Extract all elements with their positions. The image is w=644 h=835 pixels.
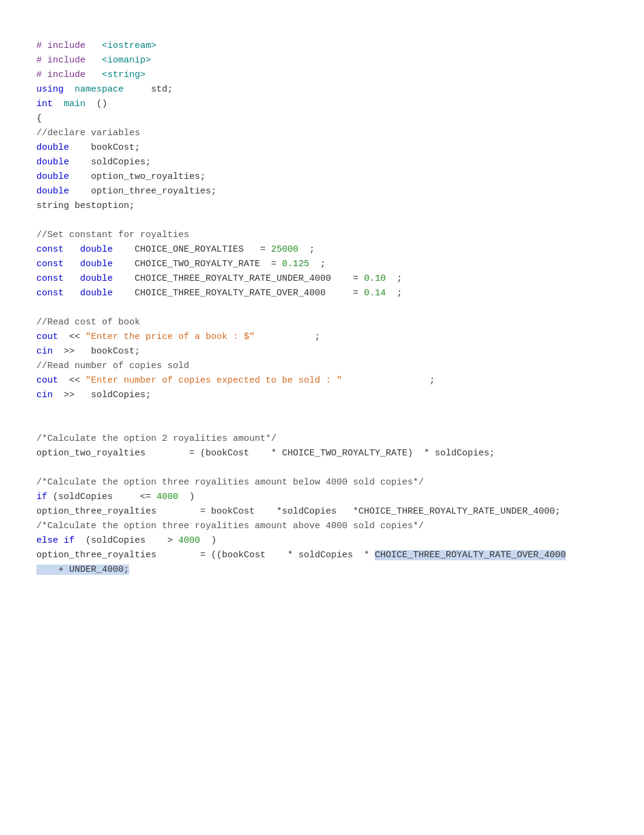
- code-token: (soldCopies <=: [47, 492, 156, 502]
- code-token: const: [36, 288, 64, 298]
- code-line: else if (soldCopies > 4000 ): [36, 534, 608, 548]
- code-token: using: [36, 84, 64, 95]
- code-token: ;: [255, 332, 320, 342]
- code-token: double: [36, 143, 69, 153]
- code-token: # include: [36, 55, 86, 65]
- code-token: # include: [36, 41, 86, 51]
- code-line: cin >> soldCopies;: [36, 388, 608, 403]
- code-token: //Set constant for royalties: [36, 230, 189, 240]
- code-token: 25000: [271, 244, 298, 255]
- code-token: /*Calculate the option three royalities …: [36, 521, 424, 531]
- code-line: const double CHOICE_THREE_ROYALTY_RATE_O…: [36, 286, 608, 301]
- code-token: CHOICE_TWO_ROYALTY_RATE =: [113, 259, 282, 269]
- code-token: <string>: [86, 70, 146, 80]
- code-token: ): [178, 492, 195, 502]
- code-line: //Read cost of book: [36, 315, 608, 330]
- code-token: ;: [386, 273, 402, 284]
- code-token: if: [36, 492, 47, 502]
- code-token: /*Calculate the option three royalities …: [36, 477, 424, 488]
- code-token: option_two_royalties = (bookCost * CHOIC…: [36, 448, 495, 458]
- code-token: ;: [298, 244, 315, 255]
- code-editor: # include <iostream># include <iomanip>#…: [36, 24, 608, 577]
- code-token: + UNDER_4000;: [58, 565, 129, 575]
- code-token: CHOICE_ONE_ROYALTIES =: [113, 244, 271, 255]
- code-token: <<: [58, 375, 86, 386]
- code-token: cout: [36, 375, 58, 386]
- code-token: [64, 288, 80, 298]
- code-token: <iostream>: [86, 41, 156, 51]
- code-token: [53, 99, 64, 109]
- code-token: option_two_royalties;: [69, 172, 206, 182]
- code-token: >> bookCost;: [53, 346, 140, 357]
- code-token: const: [36, 244, 64, 255]
- code-line: int main (): [36, 97, 608, 112]
- code-token: >> soldCopies;: [53, 390, 151, 400]
- code-token: (soldCopies >: [75, 535, 178, 546]
- code-line: option_three_royalties = ((bookCost * so…: [36, 548, 608, 563]
- code-line: [36, 461, 608, 475]
- code-token: else if: [36, 535, 75, 546]
- code-token: option_three_royalties = ((bookCost * so…: [36, 550, 375, 560]
- code-token: int: [36, 99, 53, 109]
- code-line: /*Calculate the option three royalities …: [36, 519, 608, 534]
- code-token: <iomanip>: [86, 55, 151, 65]
- code-token: {: [36, 113, 42, 124]
- code-token: [64, 244, 80, 255]
- code-line: using namespace std;: [36, 82, 608, 97]
- code-line: //declare variables: [36, 126, 608, 141]
- code-line: # include <string>: [36, 68, 608, 82]
- code-token: ;: [342, 375, 435, 386]
- code-token: CHOICE_THREE_ROYALTY_RATE_UNDER_4000 =: [113, 273, 364, 284]
- code-token: (): [86, 99, 107, 109]
- code-token: cin: [36, 390, 53, 400]
- code-token: CHOICE_THREE_ROYALTY_RATE_OVER_4000: [375, 550, 566, 560]
- code-token: soldCopies;: [69, 157, 151, 167]
- code-token: double: [36, 186, 69, 196]
- code-token: 0.14: [364, 288, 386, 298]
- code-line: # include <iostream>: [36, 39, 608, 53]
- code-token: std;: [124, 84, 173, 95]
- code-token: cin: [36, 346, 53, 357]
- code-line: if (soldCopies <= 4000 ): [36, 490, 608, 505]
- code-line: /*Calculate the option three royalities …: [36, 475, 608, 490]
- code-token: namespace: [75, 84, 124, 95]
- code-token: [64, 84, 75, 95]
- code-token: /*Calculate the option 2 royalities amou…: [36, 434, 277, 444]
- code-token: ;: [386, 288, 402, 298]
- code-token: option_three_royalties;: [69, 186, 216, 196]
- code-line: double option_three_royalties;: [36, 184, 608, 199]
- code-line: string bestoption;: [36, 199, 608, 213]
- code-token: double: [80, 273, 113, 284]
- code-line: + UNDER_4000;: [36, 563, 608, 577]
- code-line: option_three_royalties = bookCost *soldC…: [36, 505, 608, 519]
- code-line: double soldCopies;: [36, 155, 608, 170]
- code-token: 0.125: [282, 259, 309, 269]
- code-token: [64, 273, 80, 284]
- code-token: main: [64, 99, 86, 109]
- code-token: 4000: [178, 535, 200, 546]
- code-line: const double CHOICE_ONE_ROYALTIES = 2500…: [36, 243, 608, 257]
- code-token: ): [200, 535, 216, 546]
- code-token: [36, 565, 58, 575]
- code-line: [36, 301, 608, 315]
- code-line: //Set constant for royalties: [36, 228, 608, 243]
- code-line: [36, 213, 608, 228]
- code-line: option_two_royalties = (bookCost * CHOIC…: [36, 446, 608, 461]
- code-line: cout << "Enter number of copies expected…: [36, 374, 608, 388]
- code-token: bookCost;: [69, 143, 140, 153]
- code-token: const: [36, 273, 64, 284]
- code-token: <<: [58, 332, 86, 342]
- code-token: string bestoption;: [36, 201, 135, 211]
- code-token: "Enter number of copies expected to be s…: [86, 375, 342, 386]
- code-line: const double CHOICE_TWO_ROYALTY_RATE = 0…: [36, 257, 608, 272]
- code-line: double bookCost;: [36, 141, 608, 155]
- code-line: cin >> bookCost;: [36, 344, 608, 359]
- code-line: /*Calculate the option 2 royalities amou…: [36, 432, 608, 446]
- code-token: //Read cost of book: [36, 317, 140, 327]
- code-line: const double CHOICE_THREE_ROYALTY_RATE_U…: [36, 272, 608, 286]
- code-token: ;: [309, 259, 326, 269]
- code-token: //declare variables: [36, 128, 140, 138]
- code-token: CHOICE_THREE_ROYALTY_RATE_OVER_4000 =: [113, 288, 364, 298]
- code-token: //Read number of copies sold: [36, 361, 189, 371]
- code-token: cout: [36, 332, 58, 342]
